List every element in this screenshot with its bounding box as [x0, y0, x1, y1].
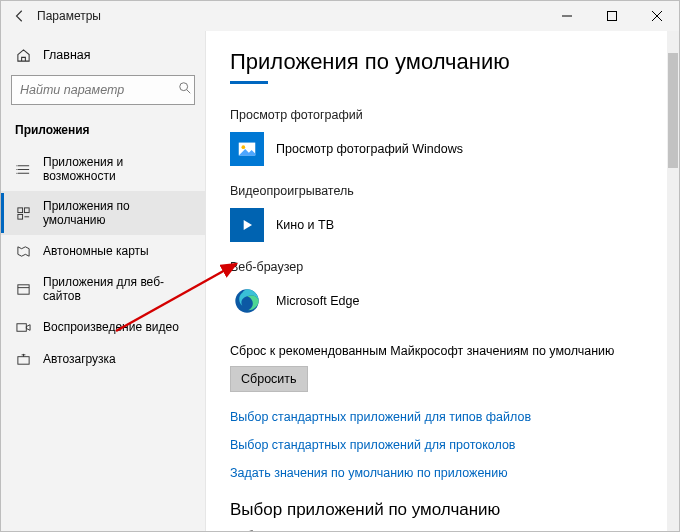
default-app-photos[interactable]: Просмотр фотографий Windows — [230, 128, 653, 184]
svg-rect-14 — [17, 214, 22, 219]
default-app-photos-name: Просмотр фотографий Windows — [276, 142, 463, 156]
svg-rect-12 — [17, 207, 22, 212]
svg-rect-1 — [607, 12, 616, 21]
main-content: Приложения по умолчанию Просмотр фотогра… — [206, 31, 679, 531]
default-app-video[interactable]: Кино и ТВ — [230, 204, 653, 260]
edge-app-icon — [230, 284, 264, 318]
search-icon — [178, 81, 192, 99]
back-button[interactable] — [9, 5, 31, 27]
default-app-browser-name: Microsoft Edge — [276, 294, 359, 308]
svg-rect-13 — [24, 207, 29, 212]
accent-bar — [230, 81, 268, 84]
home-link[interactable]: Главная — [1, 41, 205, 75]
default-app-video-name: Кино и ТВ — [276, 218, 334, 232]
sidebar-item-video-playback[interactable]: Воспроизведение видео — [1, 311, 205, 343]
svg-point-4 — [180, 83, 188, 91]
default-app-browser[interactable]: Microsoft Edge — [230, 280, 653, 336]
sidebar-item-label: Автономные карты — [43, 244, 149, 258]
sidebar-item-apps-websites[interactable]: Приложения для веб-сайтов — [1, 267, 205, 311]
sidebar-item-label: Приложения по умолчанию — [43, 199, 191, 227]
window-title: Параметры — [37, 9, 101, 23]
sidebar-item-apps-features[interactable]: Приложения и возможности — [1, 147, 205, 191]
home-label: Главная — [43, 48, 91, 62]
sidebar-item-startup[interactable]: Автозагрузка — [1, 343, 205, 375]
reset-label: Сброс к рекомендованным Майкрософт значе… — [230, 344, 653, 358]
reset-button[interactable]: Сбросить — [230, 366, 308, 392]
search-input[interactable] — [20, 83, 178, 97]
svg-rect-18 — [16, 323, 25, 331]
section-label-photos: Просмотр фотографий — [230, 108, 653, 122]
svg-point-10 — [16, 168, 17, 169]
section-label-browser: Веб-браузер — [230, 260, 653, 274]
sub-heading: Выбор приложений по умолчанию — [230, 500, 653, 520]
sub-description: Выберите приложения для прослушивания му… — [230, 528, 653, 531]
svg-rect-19 — [17, 356, 28, 364]
startup-icon — [15, 351, 31, 367]
sidebar-item-label: Приложения для веб-сайтов — [43, 275, 191, 303]
website-icon — [15, 281, 31, 297]
svg-point-9 — [16, 165, 17, 166]
photos-app-icon — [230, 132, 264, 166]
movies-app-icon — [230, 208, 264, 242]
link-file-types[interactable]: Выбор стандартных приложений для типов ф… — [230, 410, 653, 424]
sidebar-item-label: Автозагрузка — [43, 352, 116, 366]
home-icon — [15, 47, 31, 63]
link-by-app[interactable]: Задать значения по умолчанию по приложен… — [230, 466, 653, 480]
sidebar-item-label: Воспроизведение видео — [43, 320, 179, 334]
svg-rect-16 — [17, 284, 28, 293]
map-icon — [15, 243, 31, 259]
sidebar-item-label: Приложения и возможности — [43, 155, 191, 183]
video-icon — [15, 319, 31, 335]
scrollbar-thumb[interactable] — [668, 53, 678, 168]
page-title: Приложения по умолчанию — [230, 49, 653, 75]
svg-point-11 — [16, 172, 17, 173]
svg-line-5 — [187, 90, 191, 94]
sidebar-item-offline-maps[interactable]: Автономные карты — [1, 235, 205, 267]
sidebar: Главная Приложения Приложения и возможно… — [1, 31, 206, 531]
link-protocols[interactable]: Выбор стандартных приложений для протоко… — [230, 438, 653, 452]
list-icon — [15, 161, 31, 177]
svg-point-23 — [242, 145, 246, 149]
search-box[interactable] — [11, 75, 195, 105]
defaults-icon — [15, 205, 31, 221]
close-button[interactable] — [634, 1, 679, 31]
scrollbar[interactable] — [667, 31, 679, 531]
titlebar: Параметры — [1, 1, 679, 31]
section-label-video: Видеопроигрыватель — [230, 184, 653, 198]
sidebar-category: Приложения — [1, 119, 205, 147]
maximize-button[interactable] — [589, 1, 634, 31]
sidebar-item-default-apps[interactable]: Приложения по умолчанию — [1, 191, 205, 235]
minimize-button[interactable] — [544, 1, 589, 31]
